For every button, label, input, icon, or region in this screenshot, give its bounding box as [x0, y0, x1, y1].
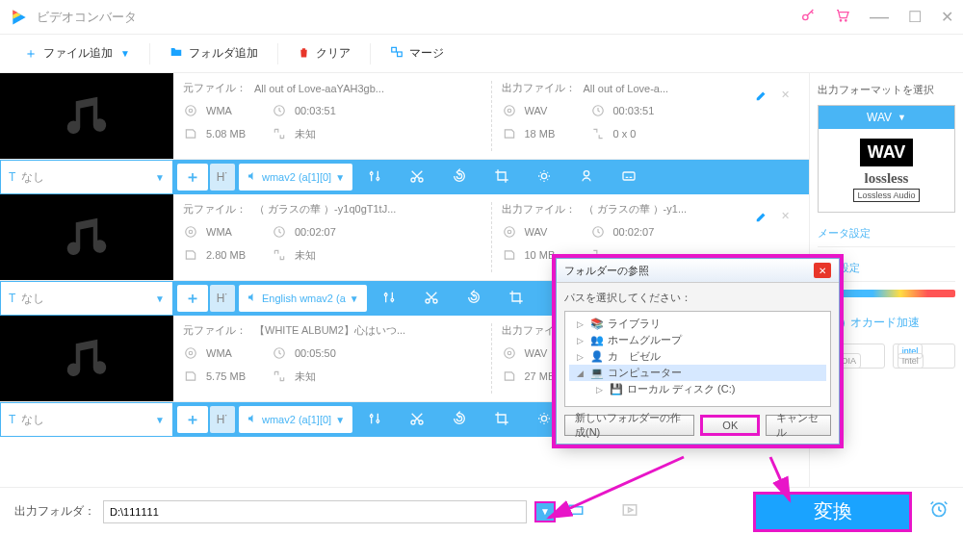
svg-marker-45: [629, 508, 634, 513]
hard-sub-button[interactable]: H˙: [210, 285, 235, 312]
output-folder-dropdown[interactable]: ▼: [534, 501, 556, 522]
audio-track-select[interactable]: wmav2 (a[1][0]▼: [239, 406, 352, 433]
settings-icon[interactable]: [367, 411, 382, 429]
clear-button[interactable]: クリア: [288, 40, 360, 66]
dialog-close-button[interactable]: ✕: [814, 263, 831, 278]
svg-rect-4: [397, 52, 402, 57]
intel-badge: intel Intel: [893, 344, 955, 369]
svg-point-11: [370, 172, 373, 175]
action-bar: Tなし▼ ＋ H˙ wmav2 (a[1][0]▼: [0, 160, 809, 194]
remove-icon[interactable]: ✕: [781, 89, 790, 101]
app-logo: [10, 8, 29, 27]
open-folder-icon[interactable]: [567, 500, 585, 522]
cancel-button[interactable]: キャンセル: [766, 415, 831, 436]
svg-rect-3: [392, 47, 397, 52]
svg-point-9: [508, 109, 511, 113]
thumbnail[interactable]: [0, 194, 173, 280]
dialog-titlebar: フォルダーの参照 ✕: [557, 259, 839, 283]
watermark-icon[interactable]: [579, 168, 594, 187]
svg-point-16: [584, 170, 588, 175]
add-track-button[interactable]: ＋: [177, 406, 208, 433]
crop-icon[interactable]: [494, 411, 509, 429]
folder-tree[interactable]: ▷📚ライブラリ▷👥ホームグループ▷👤カ ビゼル◢💻コンピューター▷💾ローカル デ…: [564, 311, 831, 407]
svg-point-38: [377, 420, 379, 422]
cut-icon[interactable]: [424, 290, 439, 308]
new-folder-button[interactable]: 新しいフォルダーの作成(N): [564, 415, 694, 436]
svg-point-1: [840, 19, 841, 20]
toolbar: ＋ファイル追加▼ フォルダ追加 クリア マージ: [0, 35, 963, 73]
svg-point-2: [846, 19, 846, 20]
svg-point-32: [189, 351, 193, 355]
audio-track-select[interactable]: wmav2 (a[1][0]▼: [239, 164, 352, 191]
add-track-button[interactable]: ＋: [177, 285, 208, 312]
svg-point-41: [541, 416, 546, 420]
tree-item[interactable]: ▷👤カ ビゼル: [569, 348, 826, 365]
settings-icon[interactable]: [381, 290, 397, 308]
alarm-icon[interactable]: [929, 499, 949, 523]
crop-icon[interactable]: [494, 168, 509, 187]
svg-point-25: [391, 298, 394, 301]
svg-rect-44: [623, 505, 637, 516]
format-box[interactable]: WAV▼ WAV lossless Lossless Audio: [818, 105, 955, 213]
svg-point-5: [186, 106, 196, 116]
output-folder-input[interactable]: [103, 500, 527, 523]
settings-icon[interactable]: [367, 168, 382, 187]
add-folder-button[interactable]: フォルダ追加: [160, 40, 268, 66]
rotate-icon[interactable]: [452, 411, 467, 429]
svg-point-34: [504, 348, 514, 359]
tree-item[interactable]: ▷👥ホームグループ: [569, 332, 826, 348]
add-track-button[interactable]: ＋: [177, 164, 208, 191]
remove-icon[interactable]: ✕: [781, 210, 790, 222]
browse-folder-dialog: フォルダーの参照 ✕ パスを選択してください： ▷📚ライブラリ▷👥ホームグループ…: [556, 258, 840, 445]
svg-point-6: [189, 109, 193, 113]
edit-icon[interactable]: [755, 89, 768, 104]
thumbnail[interactable]: [0, 73, 173, 159]
close-button[interactable]: ✕: [941, 8, 953, 26]
hard-sub-button[interactable]: H˙: [210, 164, 235, 191]
crop-icon[interactable]: [508, 290, 524, 308]
edit-icon[interactable]: [755, 210, 768, 225]
subtitle-select[interactable]: Tなし▼: [0, 402, 173, 437]
cut-icon[interactable]: [409, 168, 425, 187]
effect-icon[interactable]: [536, 411, 552, 429]
format-badge: WAV: [860, 139, 914, 166]
rotate-icon[interactable]: [452, 168, 467, 187]
maximize-button[interactable]: ☐: [908, 8, 922, 26]
svg-point-12: [377, 177, 379, 180]
tree-item[interactable]: ▷📚ライブラリ: [569, 316, 826, 332]
tree-item[interactable]: ▷💾ローカル ディスク (C:): [569, 381, 826, 397]
tree-item[interactable]: ◢💻コンピューター: [569, 365, 826, 381]
output-folder-label: 出力フォルダ：: [14, 503, 95, 520]
svg-rect-17: [623, 172, 635, 180]
audio-track-select[interactable]: English wmav2 (a▼: [239, 285, 367, 312]
effect-icon[interactable]: [536, 168, 552, 187]
titlebar: ビデオコンバータ — ☐ ✕: [0, 0, 963, 35]
rotate-icon[interactable]: [466, 290, 482, 308]
convert-button[interactable]: 変換: [753, 492, 912, 532]
merge-button[interactable]: マージ: [380, 40, 454, 66]
svg-point-19: [189, 230, 193, 234]
format-brand: lossless: [823, 170, 950, 187]
screenshot-icon[interactable]: [621, 501, 638, 522]
svg-point-22: [508, 230, 511, 234]
add-file-button[interactable]: ＋ファイル追加▼: [14, 40, 140, 67]
cut-icon[interactable]: [409, 411, 425, 429]
svg-point-31: [186, 348, 196, 359]
subtitle-icon[interactable]: [621, 168, 637, 187]
svg-point-24: [384, 293, 387, 296]
svg-point-21: [504, 227, 514, 238]
hard-sub-button[interactable]: H˙: [210, 406, 235, 433]
minimize-button[interactable]: —: [870, 6, 889, 28]
param-settings-link[interactable]: メータ設定: [818, 220, 955, 247]
cart-icon[interactable]: [835, 8, 850, 27]
subtitle-select[interactable]: Tなし▼: [0, 160, 173, 194]
format-sub: Lossless Audio: [853, 189, 919, 202]
svg-point-0: [803, 14, 808, 19]
sidebar-title: 出力フォーマットを選択: [818, 83, 955, 97]
list-item: 元ファイル：All out of Love-aaYAH3gb... WMA00:…: [0, 73, 809, 160]
thumbnail[interactable]: [0, 316, 173, 401]
ok-button[interactable]: OK: [700, 415, 760, 436]
subtitle-select[interactable]: Tなし▼: [0, 281, 173, 316]
key-icon[interactable]: [800, 8, 816, 27]
app-title: ビデオコンバータ: [37, 9, 137, 26]
